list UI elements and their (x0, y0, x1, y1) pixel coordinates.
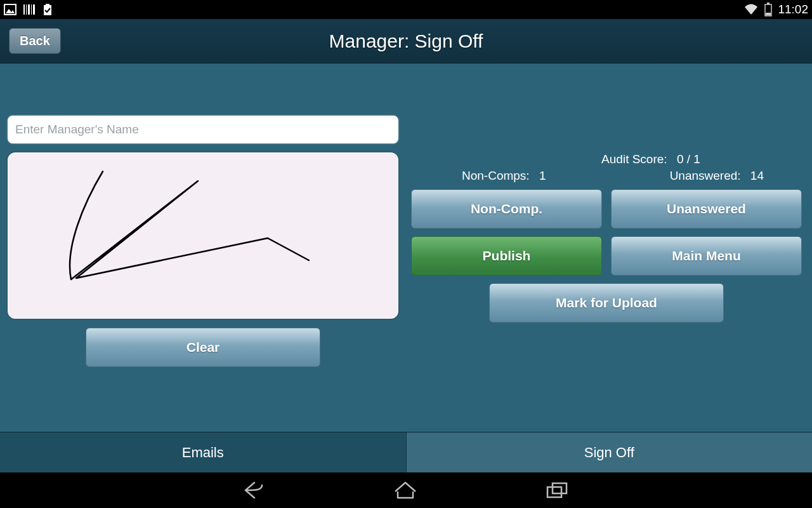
noncomps-label: Non-Comps: (462, 169, 530, 182)
svg-rect-6 (33, 4, 35, 15)
signature-pane: Clear (0, 64, 406, 432)
actions-pane: Audit Score: 0 / 1 Non-Comps: 1 Unanswer… (406, 64, 812, 432)
bottom-tab-bar: Emails Sign Off (0, 432, 812, 472)
page-title: Manager: Sign Off (0, 30, 812, 52)
svg-rect-11 (553, 483, 566, 493)
android-status-bar: 11:02 (0, 0, 812, 19)
publish-button[interactable]: Publish (411, 236, 602, 276)
signature-pad[interactable] (6, 151, 400, 320)
back-button[interactable]: Back (9, 28, 61, 54)
android-nav-bar (0, 472, 812, 508)
nav-home-icon[interactable] (393, 480, 418, 500)
svg-marker-1 (6, 9, 15, 13)
unanswered-label: Unanswered: (670, 169, 741, 182)
content-area: Clear Audit Score: 0 / 1 Non-Comps: 1 Un… (0, 64, 812, 432)
svg-rect-2 (23, 4, 25, 15)
picture-icon (4, 4, 16, 15)
stats-block: Audit Score: 0 / 1 Non-Comps: 1 Unanswer… (411, 152, 802, 183)
tab-signoff[interactable]: Sign Off (407, 432, 813, 472)
unanswered-value: 14 (750, 169, 764, 182)
noncomp-button[interactable]: Non-Comp. (411, 189, 602, 229)
battery-icon (764, 3, 773, 17)
app-header: Back Manager: Sign Off (0, 19, 812, 64)
barcode-icon (23, 4, 36, 15)
status-time: 11:02 (778, 3, 808, 17)
audit-score-label: Audit Score: (601, 152, 667, 166)
svg-rect-10 (547, 487, 561, 497)
tab-emails[interactable]: Emails (0, 432, 407, 472)
nav-recent-icon[interactable] (545, 481, 569, 500)
unanswered-button[interactable]: Unanswered (611, 189, 802, 229)
audit-score-value: 0 / 1 (677, 152, 700, 166)
svg-rect-4 (28, 4, 30, 15)
clipboard-check-icon (42, 3, 53, 16)
mark-for-upload-button[interactable]: Mark for Upload (489, 283, 724, 323)
clear-button[interactable]: Clear (86, 328, 320, 367)
noncomps-value: 1 (539, 169, 546, 182)
svg-rect-9 (766, 13, 771, 15)
svg-rect-5 (31, 4, 32, 15)
manager-name-input[interactable] (6, 114, 400, 145)
wifi-icon (743, 3, 759, 16)
svg-rect-8 (767, 3, 769, 4)
nav-back-icon[interactable] (243, 480, 266, 500)
main-menu-button[interactable]: Main Menu (611, 236, 802, 276)
svg-rect-3 (26, 4, 27, 15)
